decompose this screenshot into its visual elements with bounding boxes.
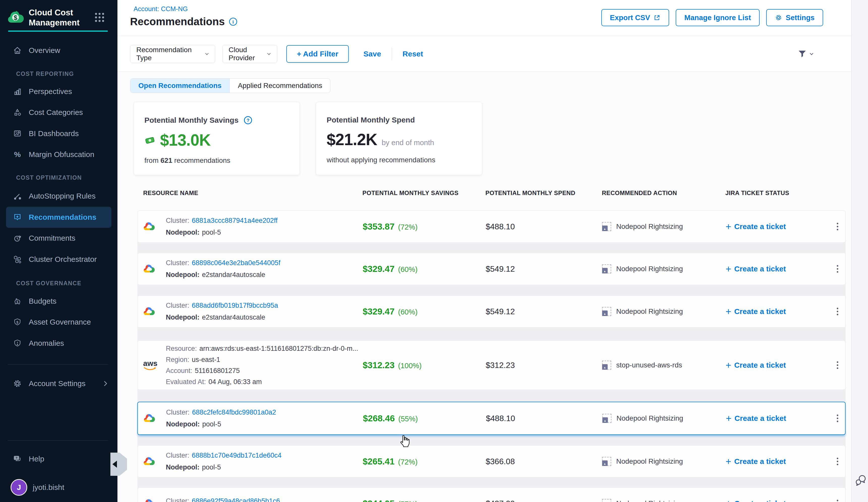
user-menu[interactable]: J jyoti.bisht	[6, 478, 111, 497]
row-menu-button[interactable]	[834, 455, 841, 468]
nodepool-label: Nodepool:	[166, 271, 199, 278]
sidebar-item-label: Budgets	[29, 297, 56, 305]
savings-value: $265.41	[363, 457, 395, 467]
create-ticket-button[interactable]: + Create a ticket	[726, 499, 829, 502]
row-menu-button[interactable]	[834, 305, 841, 318]
recommendation-type-dropdown[interactable]: Recommendation Type	[130, 45, 215, 63]
external-link-icon	[653, 14, 661, 21]
create-ticket-button[interactable]: + Create a ticket	[726, 307, 829, 316]
svg-text:?: ?	[16, 457, 17, 460]
table-row[interactable]: Cluster:6888b1c70e49db17c1de60c4 Nodepoo…	[137, 445, 846, 478]
resource-label: Resource:	[166, 345, 197, 352]
sidebar-item-cluster-orchestrator[interactable]: Cluster Orchestrator	[6, 251, 111, 268]
sidebar-item-overview[interactable]: Overview	[6, 42, 111, 59]
savings-card-value: $13.0K	[160, 131, 210, 149]
row-menu-button[interactable]	[834, 263, 841, 275]
sidebar-section-cost-optimization: COST OPTIMIZATION	[16, 174, 82, 181]
resource-cell: Cluster:68898c064e3e2ba0e544005f Nodepoo…	[166, 260, 363, 278]
page-title-text: Recommendations	[130, 15, 225, 28]
sidebar-item-autostopping-rules[interactable]: AutoStopping Rules	[6, 188, 111, 204]
sidebar-item-asset-governance[interactable]: $ Asset Governance	[6, 314, 111, 330]
action-cell: Nodepool Rightsizing	[602, 307, 726, 316]
column-header-potential-monthly-savings: POTENTIAL MONTHLY SAVINGS	[362, 189, 485, 197]
tab-open-recommendations[interactable]: Open Recommendations	[130, 79, 230, 93]
add-filter-button[interactable]: + Add Filter	[286, 45, 349, 63]
gear-icon	[775, 14, 782, 21]
action-cell: stop-unused-aws-rds	[602, 360, 726, 370]
row-menu-button[interactable]	[834, 220, 841, 233]
sidebar-item-help[interactable]: ? Help	[6, 451, 111, 467]
sidebar-item-label: Commitments	[29, 234, 75, 242]
chevron-right-icon	[104, 381, 107, 386]
potential-monthly-savings-card: Potential Monthly Savings ? $13.0K from …	[134, 102, 300, 175]
sidebar-item-anomalies[interactable]: Anomalies	[6, 335, 111, 351]
spend-card-title: Potential Monthly Spend	[327, 116, 415, 124]
cluster-link[interactable]: 6886e92f59a48cad86b5b1c6	[192, 498, 280, 502]
sidebar-item-recommendations[interactable]: Recommendations	[6, 207, 111, 228]
table-row[interactable]: aws Resource:arn:aws:rds:us-east-1:51161…	[137, 341, 846, 390]
plus-icon: +	[726, 458, 731, 465]
sidebar-item-perspectives[interactable]: Perspectives	[6, 83, 111, 100]
note-suffix: recommendations	[174, 157, 230, 164]
funnel-icon	[798, 50, 806, 58]
create-ticket-label: Create a ticket	[734, 414, 786, 422]
table-row[interactable]: Cluster:688add6fb019b17f9bccb95a Nodepoo…	[137, 295, 846, 328]
sidebar-item-bi-dashboards[interactable]: BI Dashboards	[6, 125, 111, 142]
cloud-provider-dropdown[interactable]: Cloud Provider	[222, 45, 277, 63]
action-label: Nodepool Rightsizing	[617, 414, 683, 422]
row-menu-button[interactable]	[834, 359, 841, 372]
rightsizing-icon	[602, 414, 611, 423]
cluster-link[interactable]: 688c2fefc84fbdc99801a0a2	[192, 409, 276, 416]
nodepool-value: pool-5	[202, 229, 221, 236]
resource-cell: Cluster:6886e92f59a48cad86b5b1c6	[166, 498, 363, 502]
action-cell: Nodepool Rightsizing	[602, 499, 726, 502]
sidebar-item-margin-obfuscation[interactable]: % Margin Obfuscation	[6, 146, 111, 163]
sidebar-item-budgets[interactable]: $ Budgets	[6, 293, 111, 309]
manage-ignore-list-button[interactable]: Manage Ignore List	[676, 9, 760, 26]
cluster-link[interactable]: 68898c064e3e2ba0e544005f	[192, 260, 280, 266]
sidebar-item-label: Cost Categories	[29, 108, 83, 117]
cluster-link[interactable]: 688add6fb019b17f9bccb95a	[192, 302, 278, 309]
savings-percent: (60%)	[398, 265, 417, 274]
sidebar-item-commitments[interactable]: Commitments	[6, 230, 111, 246]
table-row[interactable]: Cluster:6881a3ccc887941a4ee202ff Nodepoo…	[137, 210, 846, 243]
row-menu-button[interactable]	[834, 412, 841, 425]
manage-ignore-label: Manage Ignore List	[684, 14, 751, 22]
module-switcher-icon[interactable]	[94, 12, 105, 23]
cluster-link[interactable]: 6881a3ccc887941a4ee202ff	[192, 217, 278, 224]
create-ticket-button[interactable]: + Create a ticket	[726, 222, 829, 231]
cluster-link[interactable]: 6888b1c70e49db17c1de60c4	[192, 452, 281, 459]
settings-button[interactable]: Settings	[766, 9, 823, 26]
action-label: Nodepool Rightsizing	[616, 222, 683, 231]
filter-panel-button[interactable]	[798, 50, 814, 58]
export-csv-button[interactable]: Export CSV	[601, 9, 669, 26]
question-icon[interactable]: ?	[244, 116, 252, 125]
reset-filter-link[interactable]: Reset	[403, 50, 423, 58]
sidebar-item-cost-categories[interactable]: Cost Categories	[6, 104, 111, 121]
create-ticket-button[interactable]: + Create a ticket	[726, 457, 829, 466]
savings-value: $244.05	[363, 499, 395, 502]
sidebar-item-label: Overview	[29, 46, 60, 55]
row-menu-button[interactable]	[834, 497, 841, 502]
create-ticket-button[interactable]: + Create a ticket	[726, 361, 829, 369]
create-ticket-button[interactable]: + Create a ticket	[726, 265, 829, 273]
savings-percent: (60%)	[398, 308, 417, 316]
support-chat-icon[interactable]	[855, 474, 867, 487]
spend-cell: $366.08	[486, 457, 602, 466]
sidebar-item-label: Recommendations	[29, 213, 96, 221]
tab-applied-recommendations[interactable]: Applied Recommendations	[230, 79, 330, 93]
table-row[interactable]: Cluster:6886e92f59a48cad86b5b1c6 $244.05…	[137, 488, 846, 502]
evaluated-at-label: Evaluated At:	[166, 378, 206, 385]
breadcrumb-account-link[interactable]: Account: CCM-NG	[134, 5, 188, 13]
savings-value: $312.23	[363, 360, 395, 370]
gcp-logo-icon	[138, 412, 166, 424]
ccm-logo-icon: $	[8, 9, 24, 24]
info-icon[interactable]: i	[229, 18, 237, 26]
action-cell: Nodepool Rightsizing	[602, 264, 726, 273]
save-filter-link[interactable]: Save	[363, 50, 381, 58]
sidebar-item-account-settings[interactable]: Account Settings	[6, 376, 114, 391]
create-ticket-button[interactable]: + Create a ticket	[726, 414, 830, 422]
table-row[interactable]: Cluster:68898c064e3e2ba0e544005f Nodepoo…	[137, 253, 846, 285]
nodepool-value: e2standar4autoscale	[202, 314, 265, 321]
table-row-selected[interactable]: Cluster:688c2fefc84fbdc99801a0a2 Nodepoo…	[137, 402, 846, 435]
